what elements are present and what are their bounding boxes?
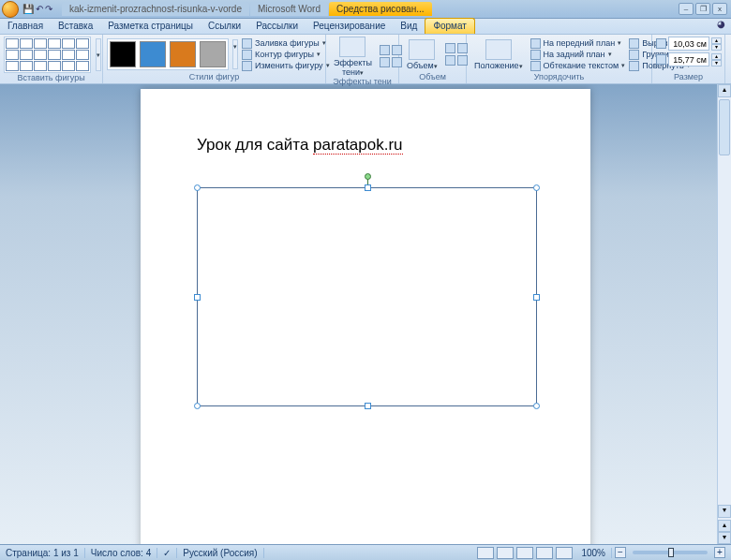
- shapes-more-button[interactable]: ▾: [96, 38, 101, 71]
- status-bar: Страница: 1 из 1 Число слов: 4 ✓ Русский…: [0, 544, 731, 560]
- group-label: Вставить фигуры: [4, 73, 98, 82]
- tab-references[interactable]: Ссылки: [201, 19, 248, 34]
- title-context: Средства рисован...: [329, 2, 432, 16]
- 3d-nudge[interactable]: [445, 43, 469, 66]
- text-wrap-button[interactable]: Обтекание текстом▾: [530, 61, 626, 71]
- group-label: Размер: [656, 72, 721, 81]
- group-arrange: Положение▾ На передний план▾ На задний п…: [467, 35, 652, 83]
- view-draft[interactable]: [556, 547, 573, 559]
- tab-home[interactable]: Главная: [0, 19, 51, 34]
- resize-handle-tr[interactable]: [533, 184, 540, 191]
- next-page-button[interactable]: ▾: [718, 532, 731, 544]
- height-up[interactable]: ▴: [711, 37, 722, 44]
- undo-icon[interactable]: ↶: [36, 4, 43, 14]
- status-page[interactable]: Страница: 1 из 1: [0, 548, 85, 558]
- scroll-down-button[interactable]: ▾: [718, 505, 731, 518]
- zoom-slider[interactable]: [633, 551, 708, 554]
- status-language[interactable]: Русский (Россия): [177, 548, 263, 558]
- ribbon: ▾ Вставить фигуры ▾ Заливка фигуры▾ Конт…: [0, 35, 731, 84]
- save-icon[interactable]: 💾: [22, 4, 34, 14]
- style-swatch-blue[interactable]: [140, 41, 166, 67]
- tab-review[interactable]: Рецензирование: [306, 19, 393, 34]
- shape-fill-button[interactable]: Заливка фигуры▾: [242, 38, 330, 49]
- zoom-in-button[interactable]: +: [714, 547, 725, 558]
- tab-format[interactable]: Формат: [425, 18, 475, 34]
- height-input[interactable]: [668, 37, 709, 51]
- document-page[interactable]: Урок для сайта paratapok.ru: [141, 89, 590, 544]
- title-document: kak-izmenit-prozrachnost-risunka-v-vorde: [62, 2, 249, 16]
- resize-handle-r[interactable]: [533, 294, 540, 301]
- pen-icon: [242, 50, 252, 60]
- view-full-screen[interactable]: [497, 547, 514, 559]
- style-swatch-black[interactable]: [110, 41, 136, 67]
- resize-handle-br[interactable]: [533, 403, 540, 409]
- align-icon: [629, 38, 639, 49]
- rotate-icon: [629, 61, 639, 71]
- zoom-level[interactable]: 100%: [575, 548, 612, 558]
- wrap-icon: [530, 61, 541, 71]
- view-web-layout[interactable]: [516, 547, 533, 559]
- zoom-thumb[interactable]: [668, 548, 674, 557]
- document-text[interactable]: Урок для сайта paratapok.ru: [197, 136, 534, 155]
- group-3d: Объем▾ Объем: [399, 35, 467, 83]
- group-shadow: Эффекты тени▾ Эффекты тени: [326, 35, 399, 83]
- help-icon[interactable]: ◕: [717, 19, 731, 34]
- tab-insert[interactable]: Вставка: [51, 19, 100, 34]
- rotation-handle[interactable]: [365, 173, 371, 180]
- document-area: Урок для сайта paratapok.ru ▴ ▾ ▴ ▾: [0, 84, 731, 544]
- width-down[interactable]: ▾: [711, 60, 722, 66]
- shape-styles-gallery[interactable]: [107, 38, 229, 70]
- title-app: Microsoft Word: [250, 2, 328, 16]
- rectangle-shape[interactable]: [197, 187, 537, 406]
- vertical-scrollbar[interactable]: ▴ ▾ ▴ ▾: [717, 84, 731, 544]
- status-word-count[interactable]: Число слов: 4: [85, 548, 157, 558]
- zoom-out-button[interactable]: −: [615, 547, 626, 558]
- style-swatch-orange[interactable]: [170, 41, 196, 67]
- position-button[interactable]: Положение▾: [470, 39, 527, 70]
- group-label: Стили фигур: [107, 72, 321, 81]
- change-shape-icon: [242, 61, 252, 71]
- change-shape-button[interactable]: Изменить фигуру▾: [242, 61, 330, 71]
- send-back-button[interactable]: На задний план▾: [530, 50, 626, 60]
- redo-icon[interactable]: ↷: [45, 4, 52, 14]
- close-button[interactable]: x: [712, 3, 727, 15]
- width-icon: [656, 54, 666, 65]
- paint-bucket-icon: [242, 38, 252, 49]
- tab-mailings[interactable]: Рассылки: [248, 19, 306, 34]
- cube-icon: [409, 39, 435, 60]
- group-size: ▴▾ ▴▾ Размер: [652, 35, 725, 83]
- tab-page-layout[interactable]: Разметка страницы: [100, 19, 201, 34]
- prev-page-button[interactable]: ▴: [718, 520, 731, 532]
- width-up[interactable]: ▴: [711, 53, 722, 60]
- shape-styles-more[interactable]: ▾: [232, 39, 238, 69]
- send-back-icon: [530, 50, 541, 60]
- shadow-effects-button[interactable]: Эффекты тени▾: [330, 37, 376, 77]
- bring-front-icon: [530, 38, 541, 49]
- position-icon: [485, 39, 512, 60]
- width-field[interactable]: ▴▾: [656, 52, 722, 66]
- height-icon: [656, 38, 666, 49]
- shape-outline-button[interactable]: Контур фигуры▾: [242, 50, 330, 60]
- bring-front-button[interactable]: На передний план▾: [530, 38, 626, 49]
- scroll-up-button[interactable]: ▴: [718, 84, 731, 97]
- view-outline[interactable]: [536, 547, 553, 559]
- restore-button[interactable]: ❐: [695, 3, 710, 15]
- height-field[interactable]: ▴▾: [656, 37, 722, 51]
- resize-handle-tl[interactable]: [194, 184, 201, 191]
- scroll-thumb[interactable]: [719, 99, 730, 155]
- view-print-layout[interactable]: [477, 547, 494, 559]
- resize-handle-bl[interactable]: [194, 403, 201, 409]
- resize-handle-t[interactable]: [365, 184, 371, 191]
- resize-handle-b[interactable]: [365, 403, 371, 409]
- quick-access-toolbar: 💾 ↶ ↷: [22, 4, 52, 14]
- shapes-gallery[interactable]: [4, 37, 91, 73]
- height-down[interactable]: ▾: [711, 44, 722, 51]
- office-button[interactable]: [2, 1, 19, 18]
- width-input[interactable]: [668, 52, 709, 66]
- minimize-button[interactable]: –: [679, 3, 694, 15]
- tab-view[interactable]: Вид: [393, 19, 425, 34]
- resize-handle-l[interactable]: [194, 294, 201, 301]
- style-swatch-gray[interactable]: [200, 41, 226, 67]
- status-proofing-icon[interactable]: ✓: [157, 548, 177, 558]
- 3d-effects-button[interactable]: Объем▾: [403, 39, 441, 70]
